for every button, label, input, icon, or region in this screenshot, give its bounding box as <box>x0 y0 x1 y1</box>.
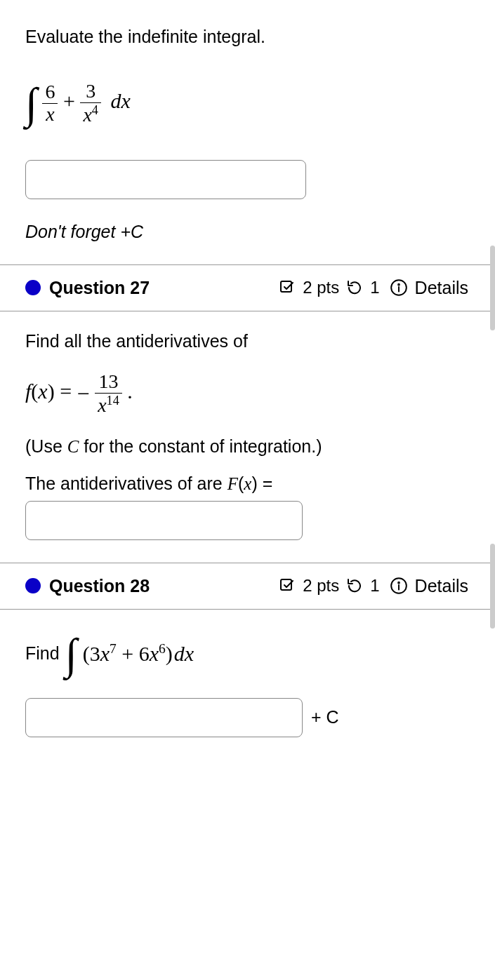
dx-symbol: dx <box>110 89 130 112</box>
points-label: 2 pts <box>303 576 339 596</box>
plus-symbol: + <box>63 89 80 112</box>
svg-point-2 <box>398 284 400 286</box>
question-title: Question 28 <box>49 576 150 596</box>
q27-use-c-note: (Use C for the constant of integration.) <box>25 436 470 457</box>
header-right: 2 pts 1 Details <box>279 576 480 596</box>
question-27-body: Find all the antiderivatives of f(x) = −… <box>0 311 495 563</box>
header-left: Question 28 <box>25 576 150 596</box>
checkbox-icon <box>279 279 296 296</box>
q28-find-expression: Find ∫ (3x7 + 6x6)dx <box>25 632 470 676</box>
integrand: (3x7 + 6x6)dx <box>83 641 194 666</box>
fraction-3-over-x4: 3 x4 <box>80 81 101 126</box>
q27-prompt: Find all the antiderivatives of <box>25 331 470 351</box>
status-dot-icon <box>25 280 41 295</box>
status-dot-icon <box>25 578 41 593</box>
denominator: x14 <box>95 394 122 417</box>
question-28-header: Question 28 2 pts 1 Details <box>0 563 495 610</box>
q26-integral-expression: ∫ 6 x + 3 x4 dx <box>25 81 470 126</box>
numerator: 13 <box>95 371 122 394</box>
question-26-body: Evaluate the indefinite integral. ∫ 6 x … <box>0 0 495 264</box>
q28-answer-row: + C <box>25 698 470 737</box>
q27-fx-expression: f(x) = − 13 x14 . <box>25 371 470 417</box>
minus-sign: − <box>77 381 90 406</box>
question-title: Question 27 <box>49 278 150 298</box>
q26-prompt: Evaluate the indefinite integral. <box>25 27 470 47</box>
q26-hint: Don't forget +C <box>25 222 470 242</box>
integral-sign-icon: ∫ <box>65 632 77 676</box>
question-28-body: Find ∫ (3x7 + 6x6)dx + C <box>0 610 495 760</box>
q27-answer-input[interactable] <box>25 501 303 540</box>
q28-answer-input[interactable] <box>25 698 303 737</box>
info-icon[interactable] <box>390 278 408 297</box>
details-link[interactable]: Details <box>415 576 468 596</box>
denominator: x <box>42 104 58 126</box>
numerator: 6 <box>42 81 58 104</box>
denominator: x4 <box>80 103 101 126</box>
fraction-6-over-x: 6 x <box>42 81 58 126</box>
q26-answer-input[interactable] <box>25 160 306 199</box>
question-27-header: Question 27 2 pts 1 Details <box>0 264 495 311</box>
svg-point-5 <box>398 582 400 584</box>
info-icon[interactable] <box>390 577 408 595</box>
fraction-13-over-x14: 13 x14 <box>95 371 122 417</box>
retry-icon <box>346 577 363 594</box>
integral-sign-icon: ∫ <box>25 81 37 125</box>
q27-answer-label: The antiderivatives of are F(x) = <box>25 474 470 494</box>
details-link[interactable]: Details <box>415 278 468 298</box>
attempts-label: 1 <box>370 278 379 297</box>
attempts-label: 1 <box>370 576 379 596</box>
retry-icon <box>346 279 363 296</box>
period: . <box>127 380 133 403</box>
plus-c-suffix: + C <box>311 707 339 727</box>
numerator: 3 <box>80 81 101 103</box>
header-right: 2 pts 1 Details <box>279 278 480 298</box>
find-label: Find <box>25 643 60 664</box>
checkbox-icon <box>279 577 296 594</box>
points-label: 2 pts <box>303 278 339 297</box>
header-left: Question 27 <box>25 278 150 298</box>
